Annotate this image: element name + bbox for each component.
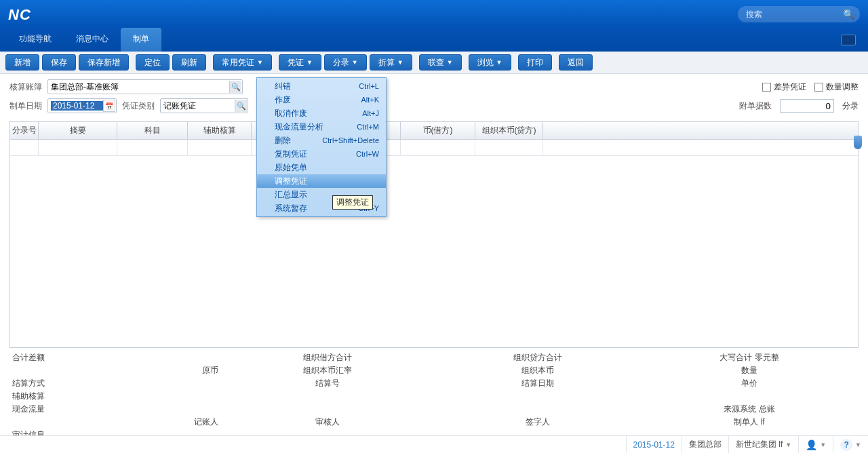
global-search-input[interactable] xyxy=(738,6,860,22)
status-help[interactable]: ?▼ xyxy=(833,436,868,453)
lookup-icon[interactable]: 🔍 xyxy=(235,100,247,112)
menu-delete[interactable]: 删除Ctrl+Shift+Delete xyxy=(257,134,386,147)
toolbar: 新增 保存 保存新增 定位 刷新 常用凭证▼ 凭证▼ 分录▼ 折算▼ 联查▼ 浏… xyxy=(0,52,868,74)
table-row[interactable] xyxy=(10,140,858,156)
menu-correct[interactable]: 纠错Ctrl+L xyxy=(257,79,386,93)
chevron-down-icon: ▼ xyxy=(307,59,313,66)
chevron-down-icon: ▼ xyxy=(785,441,791,448)
sum-cashflow: 现金流量 xyxy=(12,403,222,415)
chevron-down-icon: ▼ xyxy=(352,59,358,66)
chevron-down-icon: ▼ xyxy=(397,59,403,66)
voucher-form: 核算账簿 🔍 差异凭证 数量调整 制单日期 📅 凭证类别 🔍 附单据数 xyxy=(0,74,868,121)
sum-signer: 签字人 xyxy=(433,416,643,428)
status-date: 2015-01-12 xyxy=(626,436,682,453)
back-button[interactable]: 返回 xyxy=(559,54,593,71)
main-nav: 功能导航 消息中心 制单 xyxy=(0,28,868,52)
book-input[interactable] xyxy=(51,82,239,92)
sum-settle: 结算方式 xyxy=(12,378,222,389)
sum-preparer: 制单人 lf xyxy=(643,416,856,428)
nav-voucher[interactable]: 制单 xyxy=(121,28,161,52)
app-header: NC 🔍 xyxy=(0,0,868,28)
sum-auditor: 审核人 xyxy=(222,416,433,428)
calendar-icon[interactable]: 📅 xyxy=(103,100,115,112)
voucher-dropdown[interactable]: 凭证▼ xyxy=(279,54,321,71)
diff-voucher-checkbox[interactable]: 差异凭证 xyxy=(762,81,806,93)
menu-cashflow-analysis[interactable]: 现金流量分析Ctrl+M xyxy=(257,120,386,134)
sum-aux: 辅助核算 xyxy=(12,391,222,402)
nav-message[interactable]: 消息中心 xyxy=(64,28,121,52)
attachment-label: 附单据数 xyxy=(739,100,772,112)
table-empty-area xyxy=(10,156,858,347)
qty-adjust-checkbox[interactable]: 数量调整 xyxy=(814,81,859,93)
save-button[interactable]: 保存 xyxy=(42,54,76,71)
print-button[interactable]: 打印 xyxy=(518,54,552,71)
common-voucher-dropdown[interactable]: 常用凭证▼ xyxy=(213,54,272,71)
sum-debit-total: 组织借方合计 xyxy=(222,352,433,363)
summary-panel: 合计差额 组织借方合计 组织贷方合计 大写合计 零元整 原币 组织本币汇率 组织… xyxy=(0,348,868,442)
col-subject[interactable]: 科目 xyxy=(117,122,188,139)
save-new-button[interactable]: 保存新增 xyxy=(79,54,129,71)
logo: NC xyxy=(8,5,46,23)
svg-text:NC: NC xyxy=(8,7,31,22)
date-label: 制单日期 xyxy=(9,100,42,112)
col-debit[interactable]: 币(借方) xyxy=(401,122,475,139)
chevron-down-icon: ▼ xyxy=(855,441,861,448)
entry-table: 分录号 摘要 科目 辅助核算 币(借方) 组织本币(贷方) xyxy=(9,121,859,348)
table-header: 分录号 摘要 科目 辅助核算 币(借方) 组织本币(贷方) xyxy=(10,122,858,140)
sum-cn-total: 大写合计 零元整 xyxy=(643,352,856,363)
attachment-unit: 分录 xyxy=(842,100,859,112)
sum-diff: 合计差额 xyxy=(12,352,222,363)
book-field[interactable]: 🔍 xyxy=(47,79,243,94)
sum-local: 组织本币 xyxy=(433,365,643,376)
lookup-icon[interactable]: 🔍 xyxy=(229,81,241,93)
entry-dropdown[interactable]: 分录▼ xyxy=(324,54,367,71)
status-user[interactable]: 👤▼ xyxy=(798,436,833,453)
status-bar: 2015-01-12 集团总部 新世纪集团 lf▼ 👤▼ ?▼ xyxy=(0,435,868,453)
sum-source: 来源系统 总账 xyxy=(643,403,856,415)
book-label: 核算账簿 xyxy=(9,81,42,93)
date-field[interactable]: 📅 xyxy=(47,98,117,113)
sum-booker: 记账人 xyxy=(12,416,222,428)
menu-copy-voucher[interactable]: 复制凭证Ctrl+W xyxy=(257,147,386,161)
menu-adjust-voucher[interactable]: 调整凭证 xyxy=(257,174,386,188)
nav-function[interactable]: 功能导航 xyxy=(7,28,64,52)
sum-settle-date: 结算日期 xyxy=(433,378,643,389)
sum-credit-total: 组织贷方合计 xyxy=(433,352,643,363)
sum-qty: 数量 xyxy=(643,365,856,376)
sum-price: 单价 xyxy=(643,378,856,389)
convert-dropdown[interactable]: 折算▼ xyxy=(370,54,412,71)
user-icon: 👤 xyxy=(806,439,817,450)
fullscreen-icon[interactable] xyxy=(841,35,856,45)
type-field[interactable]: 🔍 xyxy=(160,98,248,113)
col-summary[interactable]: 摘要 xyxy=(39,122,117,139)
sum-settle-no: 结算号 xyxy=(222,378,433,389)
sum-rate: 组织本币汇率 xyxy=(222,365,433,376)
col-entry-no[interactable]: 分录号 xyxy=(10,122,39,139)
chevron-down-icon: ▼ xyxy=(447,59,453,66)
link-query-dropdown[interactable]: 联查▼ xyxy=(419,54,462,71)
chevron-down-icon: ▼ xyxy=(257,59,263,66)
tooltip: 调整凭证 xyxy=(332,195,373,210)
browse-dropdown[interactable]: 浏览▼ xyxy=(469,54,511,71)
attachment-count-input[interactable] xyxy=(780,99,834,113)
chevron-down-icon: ▼ xyxy=(820,441,826,448)
chevron-down-icon: ▼ xyxy=(496,59,502,66)
menu-void[interactable]: 作废Alt+K xyxy=(257,93,386,106)
status-group[interactable]: 新世纪集团 lf▼ xyxy=(728,436,798,453)
sum-orig: 原币 xyxy=(12,365,222,376)
refresh-button[interactable]: 刷新 xyxy=(172,54,206,71)
scroll-handle[interactable] xyxy=(854,136,862,149)
col-aux[interactable]: 辅助核算 xyxy=(188,122,252,139)
locate-button[interactable]: 定位 xyxy=(136,54,170,71)
col-rest xyxy=(543,122,858,139)
type-input[interactable] xyxy=(163,101,245,111)
menu-original-voucher[interactable]: 原始凭单 xyxy=(257,161,386,174)
status-org[interactable]: 集团总部 xyxy=(682,436,728,453)
menu-unvoid[interactable]: 取消作废Alt+J xyxy=(257,106,386,120)
search-icon[interactable]: 🔍 xyxy=(843,9,854,20)
new-button[interactable]: 新增 xyxy=(5,54,39,71)
help-icon: ? xyxy=(840,439,852,451)
col-credit[interactable]: 组织本币(贷方) xyxy=(475,122,543,139)
type-label: 凭证类别 xyxy=(122,100,155,112)
